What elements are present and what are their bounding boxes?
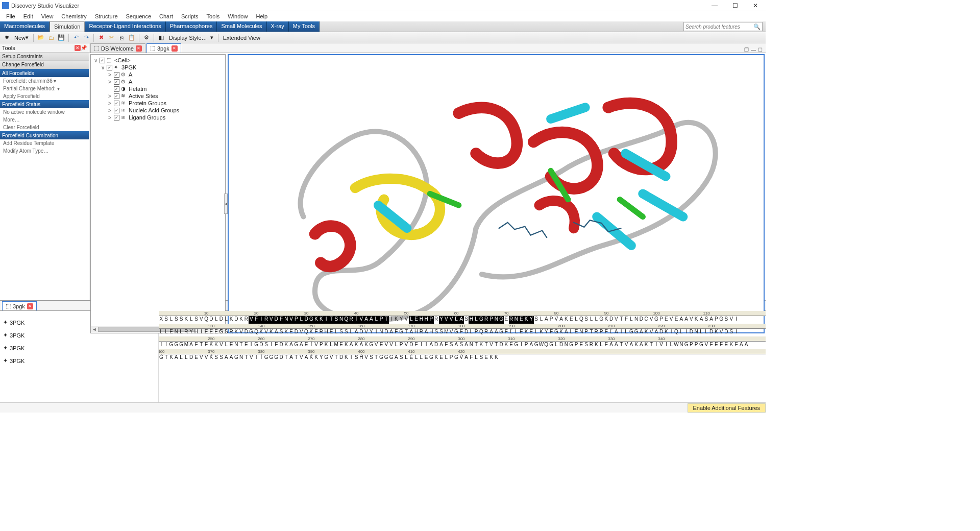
doc-tab-close-icon[interactable]: ✕ <box>136 45 142 52</box>
tools-all-forcefields[interactable]: All Forcefields <box>0 69 89 77</box>
tree-node-hetatm[interactable]: ✓◑Hetatm <box>93 85 223 92</box>
sequence-row[interactable]: 250260270280290300310320330340IIGGGMAFTF… <box>159 336 766 349</box>
menu-chemistry[interactable]: Chemistry <box>57 12 91 20</box>
restore-window-icon[interactable]: ❐ <box>744 47 749 53</box>
document-tab-ds-welcome[interactable]: ⬚DS Welcome✕ <box>90 43 145 53</box>
tree-node-nucleic-acid-groups[interactable]: >✓≋Nucleic Acid Groups <box>93 107 223 114</box>
menu-chart[interactable]: Chart <box>155 12 177 20</box>
redo-icon[interactable]: ↷ <box>82 33 91 42</box>
sequence-row[interactable]: 360370380390400410420GTKALLDEVVKSSAAGNTV… <box>159 349 766 362</box>
checkbox[interactable]: ✓ <box>114 101 119 106</box>
checkbox[interactable]: ✓ <box>114 72 119 78</box>
expand-icon[interactable]: > <box>107 108 112 113</box>
search-input[interactable] <box>685 24 753 30</box>
category-tab-small-molecules[interactable]: Small Molecules <box>217 21 266 32</box>
checkbox[interactable]: ✓ <box>114 93 119 99</box>
tools-partial-charge-method-[interactable]: Partial Charge Method: ▾ <box>0 85 89 92</box>
category-tab-pharmacophores[interactable]: Pharmacophores <box>166 21 217 32</box>
tree-node-ligand-groups[interactable]: >✓≋Ligand Groups <box>93 114 223 121</box>
tools-forcefield-status[interactable]: Forcefield Status <box>0 100 89 108</box>
expand-icon[interactable]: > <box>107 72 112 78</box>
expand-icon[interactable]: ∨ <box>93 58 98 63</box>
tree-node-protein-groups[interactable]: >✓≋Protein Groups <box>93 100 223 107</box>
menu-view[interactable]: View <box>37 12 58 20</box>
doc-tab-close-icon[interactable]: ✕ <box>172 45 178 52</box>
display-style-menu[interactable]: Display Style… ▾ <box>167 34 215 41</box>
category-tab-macromolecules[interactable]: Macromolecules <box>0 21 50 32</box>
category-tab-simulation[interactable]: Simulation <box>50 21 85 32</box>
expand-icon[interactable]: ∨ <box>100 65 105 70</box>
collapse-handle-left[interactable]: ◄ <box>224 194 228 214</box>
search-icon[interactable]: 🔍 <box>753 23 761 30</box>
scroll-left-icon[interactable]: ◄ <box>91 327 98 332</box>
tree-node-3pgk[interactable]: ∨✓✦3PGK <box>93 64 223 71</box>
hierarchy-tree[interactable]: ∨✓⬚<Cell>∨✓✦3PGK>✓⊙A>✓⊙A✓◑Hetatm>✓≋Activ… <box>90 54 226 333</box>
new-button[interactable]: New ▾ <box>12 34 31 41</box>
3d-viewport[interactable]: ◄ <box>228 54 765 333</box>
category-tab-my-tools[interactable]: My Tools <box>289 21 320 32</box>
folder-icon[interactable]: 🗀 <box>46 33 56 42</box>
tools-setup-constraints[interactable]: Setup Constraints <box>0 53 89 61</box>
new-molecule-icon[interactable]: ✹ <box>2 33 11 42</box>
close-button[interactable]: ✕ <box>745 0 766 11</box>
settings-icon[interactable]: ⚙ <box>142 33 151 42</box>
menu-structure[interactable]: Structure <box>91 12 122 20</box>
category-tab-receptor-ligand-interactions[interactable]: Receptor-Ligand Interactions <box>85 21 165 32</box>
minimize-button[interactable]: — <box>704 0 725 11</box>
app-logo-icon <box>2 2 9 9</box>
checkbox[interactable]: ✓ <box>114 108 119 113</box>
checkbox[interactable]: ✓ <box>107 65 112 70</box>
expand-icon[interactable]: > <box>107 79 112 85</box>
tools-add-residue-template[interactable]: Add Residue Template <box>0 139 89 147</box>
protein-ribbon[interactable] <box>229 55 764 332</box>
sequence-tab[interactable]: ⬚ 3pgk ✕ <box>2 301 37 310</box>
save-icon[interactable]: 💾 <box>57 33 66 42</box>
tools-forcefield-charmm-[interactable]: Forcefield: charmm36 ▾ <box>0 77 89 85</box>
tools-apply-forcefield[interactable]: Apply Forcefield <box>0 92 89 100</box>
minimize-window-icon[interactable]: — <box>751 47 756 53</box>
expand-icon[interactable]: > <box>107 101 112 106</box>
tools-clear-forcefield[interactable]: Clear Forcefield <box>0 124 89 131</box>
category-tab-x-ray[interactable]: X-ray <box>267 21 289 32</box>
cut-icon[interactable]: ✂ <box>107 33 116 42</box>
tools-more-[interactable]: More… <box>0 116 89 124</box>
expand-icon[interactable]: > <box>107 115 112 120</box>
sequence-row[interactable]: 102030405060708090100110XSLSSKLSVQDLDLKD… <box>159 311 766 324</box>
checkbox[interactable]: ✓ <box>114 115 119 120</box>
sequence-viewer[interactable]: 102030405060708090100110XSLSSKLSVQDLDLKD… <box>158 311 766 402</box>
tools-modify-atom-type-[interactable]: Modify Atom Type… <box>0 147 89 155</box>
feature-search[interactable]: 🔍 <box>683 22 763 31</box>
delete-icon[interactable]: ✖ <box>96 33 106 42</box>
menu-tools[interactable]: Tools <box>203 12 224 20</box>
checkbox[interactable]: ✓ <box>114 86 119 92</box>
sequence-tab-close-icon[interactable]: ✕ <box>27 303 33 309</box>
tools-forcefield-customization[interactable]: Forcefield Customization <box>0 131 89 139</box>
sequence-row[interactable]: 130140150160170180190200210220230LLENLRY… <box>159 324 766 336</box>
open-icon[interactable]: 📂 <box>36 33 45 42</box>
tools-no-active-molecule-window[interactable]: No active molecule window <box>0 108 89 116</box>
tree-node-a[interactable]: >✓⊙A <box>93 78 223 85</box>
expand-icon[interactable]: > <box>107 93 112 99</box>
maximize-button[interactable]: ☐ <box>725 0 745 11</box>
undo-icon[interactable]: ↶ <box>71 33 81 42</box>
paste-icon[interactable]: 📋 <box>127 33 136 42</box>
menu-scripts[interactable]: Scripts <box>177 12 203 20</box>
pin-icon[interactable]: 📌 <box>81 45 87 51</box>
menu-edit[interactable]: Edit <box>19 12 37 20</box>
tree-node-a[interactable]: >✓⊙A <box>93 71 223 78</box>
tools-change-forcefield[interactable]: Change Forcefield <box>0 61 89 69</box>
enable-features-button[interactable]: Enable Additional Features <box>688 403 766 413</box>
document-tab-3pgk[interactable]: ⬚3pgk✕ <box>146 43 181 53</box>
tools-panel-close-icon[interactable]: ✕ <box>75 45 81 51</box>
tree-node--cell-[interactable]: ∨✓⬚<Cell> <box>93 57 223 64</box>
menu-help[interactable]: Help <box>252 12 272 20</box>
menu-file[interactable]: File <box>2 12 19 20</box>
close-window-icon[interactable]: ☐ <box>758 47 763 53</box>
menu-window[interactable]: Window <box>224 12 252 20</box>
tree-node-active-sites[interactable]: >✓≋Active Sites <box>93 92 223 100</box>
checkbox[interactable]: ✓ <box>114 79 119 85</box>
copy-icon[interactable]: ⎘ <box>117 33 126 42</box>
display-style-icon[interactable]: ◧ <box>157 33 166 42</box>
menu-sequence[interactable]: Sequence <box>122 12 156 20</box>
checkbox[interactable]: ✓ <box>100 58 105 63</box>
